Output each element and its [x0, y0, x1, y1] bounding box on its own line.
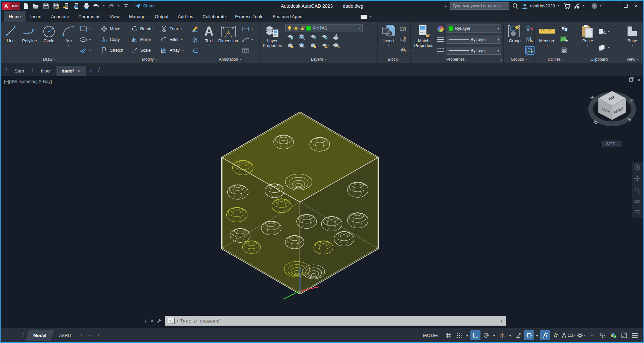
copy-clip-button[interactable]	[598, 44, 606, 51]
file-tab-start[interactable]: Start	[9, 66, 30, 76]
layer-freeze-button[interactable]	[308, 33, 319, 41]
isodraft-toggle[interactable]	[497, 330, 507, 340]
mirror-button[interactable]: Mirror	[131, 34, 156, 45]
measure-dropdown[interactable]: ▾	[547, 44, 548, 47]
annotation-scale-button[interactable]: 1:1 ▾	[562, 330, 576, 340]
search-expand-icon[interactable]: ▸	[445, 4, 447, 8]
isolate-objects-button[interactable]	[598, 330, 608, 340]
fillet-button[interactable]: Fillet▾	[160, 34, 189, 45]
group-selection-toggle[interactable]	[526, 47, 534, 54]
recent-commands-dropdown[interactable]: ▾	[177, 320, 178, 323]
tab-collaborate[interactable]: Collaborate	[198, 11, 230, 22]
ribbon-display-toggle[interactable]: ▾	[361, 11, 372, 22]
autocad-app-button[interactable]: A CAD	[2, 2, 20, 10]
plot-button[interactable]	[82, 2, 91, 10]
command-line-close-icon[interactable]: ✕	[150, 318, 154, 324]
panel-label-utilities[interactable]: Utilities▾	[535, 56, 577, 63]
leader-dropdown[interactable]: ▾	[250, 38, 254, 41]
scale-button[interactable]: Scale	[131, 45, 156, 56]
copy-clip-dropdown[interactable]: ▾	[607, 46, 610, 49]
clean-screen-button[interactable]	[619, 330, 629, 340]
command-customize-wrench-icon[interactable]	[157, 318, 162, 324]
erase-button[interactable]	[191, 25, 199, 33]
new-layout-button[interactable]: +	[86, 332, 94, 339]
match-properties-button[interactable]: MatchProperties	[413, 23, 434, 56]
file-tab-dado[interactable]: dado* ✕	[56, 66, 86, 76]
object-snap-tracking-toggle[interactable]	[513, 330, 523, 340]
save-as-button[interactable]	[52, 2, 60, 10]
linetype-combo[interactable]: ByLayer▾	[447, 36, 501, 44]
minimize-button[interactable]: −	[610, 2, 620, 10]
help-menu[interactable]: ? ▾	[591, 3, 602, 9]
wcs-menu[interactable]: WCS ▾	[602, 141, 622, 147]
table-button[interactable]	[241, 47, 249, 54]
tab-featured-apps[interactable]: Featured Apps	[268, 11, 307, 22]
new-drawing-tab-button[interactable]: +	[86, 68, 96, 76]
close-button[interactable]: ✕	[631, 2, 641, 10]
layer-combo[interactable]: PINTAS ▾	[285, 24, 363, 32]
base-button[interactable]: Base ▾	[624, 23, 640, 56]
layer-on-button[interactable]	[285, 42, 296, 49]
ungroup-button[interactable]	[526, 25, 534, 33]
navigation-bar[interactable]	[632, 162, 643, 218]
edit-attributes-button[interactable]	[399, 46, 407, 54]
copy-button[interactable]: Copy	[100, 34, 127, 45]
tab-insert[interactable]: Insert	[26, 11, 46, 22]
layer-lock-button[interactable]	[320, 33, 330, 41]
snap-dropdown[interactable]: ▾	[465, 330, 470, 340]
layer-unlock-button[interactable]	[320, 42, 330, 49]
save-to-web-mobile-button[interactable]	[72, 2, 81, 10]
show-motion-icon[interactable]	[634, 209, 641, 216]
object-color-button[interactable]	[436, 25, 445, 33]
linetype-button[interactable]	[436, 36, 445, 43]
arc-button[interactable]: Arc ▾	[60, 23, 77, 56]
hatch-dropdown[interactable]: ▾	[88, 49, 92, 52]
linear-dimension-dropdown[interactable]: ▾	[250, 28, 254, 31]
workspace-switching-button[interactable]: ▾	[576, 330, 586, 340]
command-line-grip[interactable]	[145, 318, 148, 323]
drawing-viewport[interactable]: [−][SW Isometric][X-Ray] − ✕ N W S E TOP…	[1, 76, 643, 328]
viewport-close-icon[interactable]: ✕	[637, 78, 641, 82]
trim-dropdown[interactable]: ▾	[180, 28, 183, 31]
offset-button[interactable]	[191, 47, 199, 54]
insert-button[interactable]: Insert ▾	[380, 23, 397, 56]
orbit-icon[interactable]	[634, 198, 641, 205]
redo-dropdown[interactable]: ▾	[117, 4, 120, 7]
layer-unisolate-button[interactable]	[297, 42, 308, 49]
layer-make-current-button[interactable]	[331, 33, 342, 41]
trim-button[interactable]: Trim▾	[160, 23, 189, 34]
panel-label-layers[interactable]: Layers▾	[260, 56, 378, 63]
panel-label-groups[interactable]: Groups▾	[504, 56, 534, 63]
tab-manage[interactable]: Manage	[124, 11, 150, 22]
search-icon[interactable]	[512, 3, 519, 9]
command-history-toggle[interactable]: ▲	[500, 319, 503, 323]
array-button[interactable]: Array▾	[160, 45, 189, 56]
line-button[interactable]: Line	[3, 23, 19, 56]
rectangle-button[interactable]	[79, 25, 87, 33]
edit-block-button[interactable]	[399, 36, 407, 43]
array-dropdown[interactable]: ▾	[181, 49, 185, 52]
tab-home[interactable]: Home	[4, 11, 26, 22]
panel-label-properties[interactable]: Properties▾	[411, 56, 503, 63]
layer-isolate-button[interactable]	[297, 33, 308, 41]
paste-dropdown[interactable]: ▾	[587, 44, 588, 47]
cut-dropdown[interactable]: ▾	[607, 30, 610, 33]
viewport-minimize-icon[interactable]: −	[622, 78, 625, 82]
hatch-button[interactable]	[79, 47, 87, 54]
open-file-button[interactable]	[32, 2, 40, 10]
tab-express-tools[interactable]: Express Tools	[230, 11, 268, 22]
undo-dropdown[interactable]: ▾	[102, 4, 105, 7]
ortho-mode-toggle[interactable]	[470, 330, 480, 340]
text-dropdown[interactable]: ▾	[208, 44, 210, 47]
viewport-restore-icon[interactable]	[629, 78, 633, 82]
share-button[interactable]: Share	[134, 3, 155, 9]
linear-dimension-button[interactable]	[241, 25, 249, 33]
annotation-visibility-toggle[interactable]	[540, 330, 550, 340]
command-prompt-icon[interactable]: >_	[168, 318, 175, 324]
graphics-performance-button[interactable]	[608, 330, 618, 340]
new-file-button[interactable]	[21, 2, 30, 10]
insert-dropdown[interactable]: ▾	[388, 44, 389, 47]
panel-label-view[interactable]: View▾	[621, 56, 643, 63]
object-snap-dropdown[interactable]: ▾	[535, 330, 540, 340]
tab-add-ins[interactable]: Add-ins	[173, 11, 198, 22]
